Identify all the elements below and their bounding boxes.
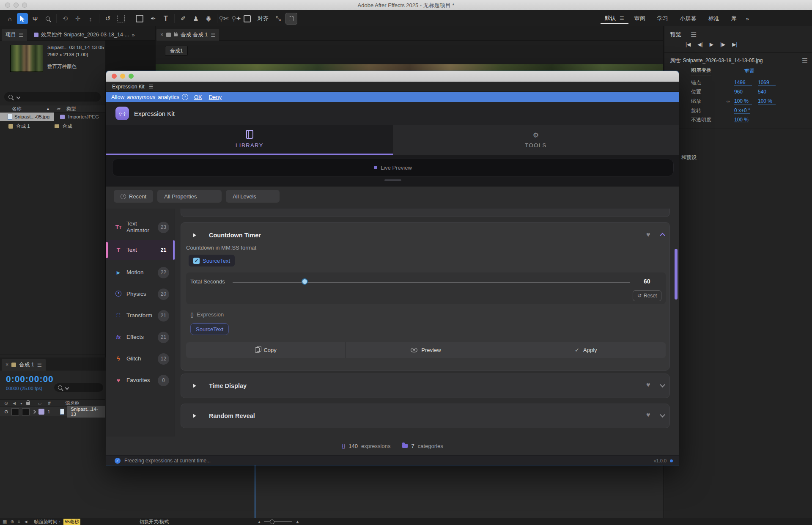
workspace-menu-icon[interactable]: ☰ xyxy=(620,15,624,21)
dialog-minimize-button[interactable] xyxy=(120,74,125,79)
scale-y-value[interactable]: 100 % xyxy=(758,98,776,104)
timeline-layer-row[interactable]: ⊙ 1 Snipast...14-13 xyxy=(0,407,105,416)
zoom-in-mountain-icon[interactable]: ▲ xyxy=(295,519,300,524)
video-eye-icon[interactable]: ⊙ xyxy=(4,401,8,406)
project-row-footage[interactable]: Snipast...-05.jpg ImporterJPEG xyxy=(0,113,105,121)
play-button[interactable]: ▶ xyxy=(710,41,713,47)
dialog-zoom-button[interactable] xyxy=(129,74,134,79)
checkbox-checked-icon[interactable]: ✓ xyxy=(193,258,200,264)
roi-tool-icon[interactable] xyxy=(117,15,125,22)
scale-x-value[interactable]: 100 % xyxy=(734,98,752,104)
sidebar-scrollbar[interactable] xyxy=(173,240,175,260)
rotation-value[interactable]: 0 x+0 ° xyxy=(734,107,750,114)
position-x-value[interactable]: 960 xyxy=(734,89,752,95)
anchor-behavior-icon-3[interactable]: ⚲ xyxy=(228,13,239,24)
zoom-out-mountain-icon[interactable]: ▲ xyxy=(258,520,261,524)
layer-expand-chevron-icon[interactable] xyxy=(32,410,36,414)
library-tab[interactable]: LIBRARY xyxy=(106,125,393,155)
filter-levels-button[interactable]: All Levels xyxy=(226,190,280,203)
copy-button[interactable]: Copy xyxy=(186,342,346,358)
column-name[interactable]: 名称 xyxy=(12,106,22,112)
category-text[interactable]: T Text 21 xyxy=(106,240,175,260)
current-timecode[interactable]: 0:00:00:00 xyxy=(6,374,54,384)
brush-tool-icon[interactable]: ✐ xyxy=(178,13,189,24)
layer-visibility-eye-icon[interactable]: ⊙ xyxy=(4,409,8,415)
hand-tool-icon[interactable]: Ψ xyxy=(30,13,41,24)
snap-checkbox-icon[interactable] xyxy=(244,15,251,22)
tab-timeline-comp[interactable]: × 合成 1 ☰ xyxy=(2,359,46,371)
total-seconds-slider-track[interactable] xyxy=(233,282,630,283)
sourcetext-property-chip[interactable]: ✓ SourceText xyxy=(189,255,235,267)
panel-menu-icon[interactable]: ☰ xyxy=(691,30,697,38)
timeline-search-input[interactable] xyxy=(54,383,103,392)
resize-arrow-icon[interactable]: ⤡ xyxy=(273,13,284,24)
pan-camera-tool-icon[interactable]: ✛ xyxy=(72,13,83,24)
label-swatch[interactable] xyxy=(60,115,65,119)
workspace-tab-library[interactable]: 库 xyxy=(725,15,743,22)
reset-button[interactable]: ↺ Reset xyxy=(633,290,661,301)
expand-triangle-icon[interactable] xyxy=(193,414,196,418)
label-column-icon[interactable]: ▱ xyxy=(57,106,60,112)
reset-transform-link[interactable]: 重置 xyxy=(744,68,754,75)
previous-frame-button[interactable]: ◀| xyxy=(697,41,702,47)
home-icon[interactable]: ⌂ xyxy=(4,13,15,24)
rotation-tool-icon[interactable]: ↺ xyxy=(102,13,113,24)
workspace-overflow-icon[interactable]: » xyxy=(743,16,752,22)
text-tool-icon[interactable]: T xyxy=(160,13,171,24)
properties-panel-title[interactable]: 属性: Snipaste_2026-03-18_14-13-05.jpg xyxy=(670,57,763,64)
motion-blur-toggle-icon[interactable] xyxy=(285,13,297,25)
analytics-deny-button[interactable]: Deny xyxy=(209,94,222,100)
workspace-tab-review[interactable]: 审阅 xyxy=(628,15,651,22)
category-favorites[interactable]: ♥ Favorites 0 xyxy=(106,371,175,390)
dialog-close-button[interactable] xyxy=(112,74,117,79)
random-reveal-card[interactable]: Random Reveal ♥ xyxy=(181,404,670,428)
workspace-tab-learn[interactable]: 学习 xyxy=(651,15,674,22)
category-motion[interactable]: ▶ Motion 22 xyxy=(106,263,175,282)
anchor-behavior-icon-2[interactable]: ⚲ xyxy=(216,13,227,24)
zoom-tool-icon[interactable] xyxy=(42,13,53,24)
drag-handle[interactable] xyxy=(384,179,401,181)
solo-icon[interactable]: ● xyxy=(20,401,22,405)
expand-chevron-icon[interactable] xyxy=(660,412,665,418)
close-tab-icon[interactable]: × xyxy=(160,32,163,38)
anchor-x-value[interactable]: 1496 xyxy=(734,80,752,86)
last-frame-button[interactable]: ▶| xyxy=(732,41,737,47)
anchor-behavior-icon-1[interactable]: ⚲ xyxy=(203,13,214,24)
timeline-zoom-slider[interactable] xyxy=(264,521,292,522)
card-title[interactable]: Countdown Timer xyxy=(209,232,261,239)
anchor-y-value[interactable]: 1069 xyxy=(758,80,776,86)
first-frame-button[interactable]: |◀ xyxy=(686,41,691,47)
column-type[interactable]: 类型 xyxy=(66,106,76,112)
partial-card-top[interactable] xyxy=(181,209,670,217)
status-check-icon[interactable]: ✓ xyxy=(115,458,121,464)
sort-ascending-icon[interactable]: ▲ xyxy=(46,107,50,111)
dialog-panel-title[interactable]: Expression Kit xyxy=(112,84,145,90)
layer-switch-box-2[interactable] xyxy=(22,408,30,415)
layer-switch-box-1[interactable] xyxy=(11,408,19,415)
link-scale-icon[interactable]: ∞ xyxy=(727,99,734,104)
layer-label-chip[interactable] xyxy=(38,409,44,415)
project-row-comp[interactable]: 合成 1 合成 xyxy=(0,122,105,130)
panel-menu-icon[interactable]: ☰ xyxy=(802,57,808,65)
category-physics[interactable]: Physics 20 xyxy=(106,284,175,304)
mask-rectangle-tool-icon[interactable] xyxy=(136,15,143,22)
info-icon[interactable]: ? xyxy=(182,94,188,100)
orbit-camera-tool-icon[interactable]: ⟲ xyxy=(60,13,71,24)
lock-icon[interactable] xyxy=(174,33,178,36)
filter-recent-button[interactable]: Recent xyxy=(114,190,153,203)
tab-effect-controls[interactable]: 效果控件 Snipaste_2026-03-18_14-... » xyxy=(34,29,135,41)
panel-menu-icon[interactable]: ☰ xyxy=(211,32,215,38)
category-effects[interactable]: fx Effects 21 xyxy=(106,327,175,347)
category-text-animator[interactable]: TT Text Animator 23 xyxy=(106,217,175,237)
collapse-chevron-icon[interactable] xyxy=(660,233,665,238)
footage-name[interactable]: Snipast...-03-18_14-13-05.jpg xyxy=(47,44,104,51)
clone-stamp-tool-icon[interactable]: ♟ xyxy=(190,13,201,24)
layer-transform-section[interactable]: 图层变换 xyxy=(691,67,711,75)
filter-properties-button[interactable]: All Properties xyxy=(157,190,222,203)
dolly-camera-tool-icon[interactable]: ↕ xyxy=(85,13,96,24)
preview-button[interactable]: Preview xyxy=(346,342,505,358)
close-tab-icon[interactable]: × xyxy=(5,362,8,368)
label-column-icon[interactable]: ▱ xyxy=(38,401,41,406)
tab-overflow-icon[interactable]: » xyxy=(132,32,134,38)
preview-panel-title[interactable]: 预览 xyxy=(670,31,681,38)
